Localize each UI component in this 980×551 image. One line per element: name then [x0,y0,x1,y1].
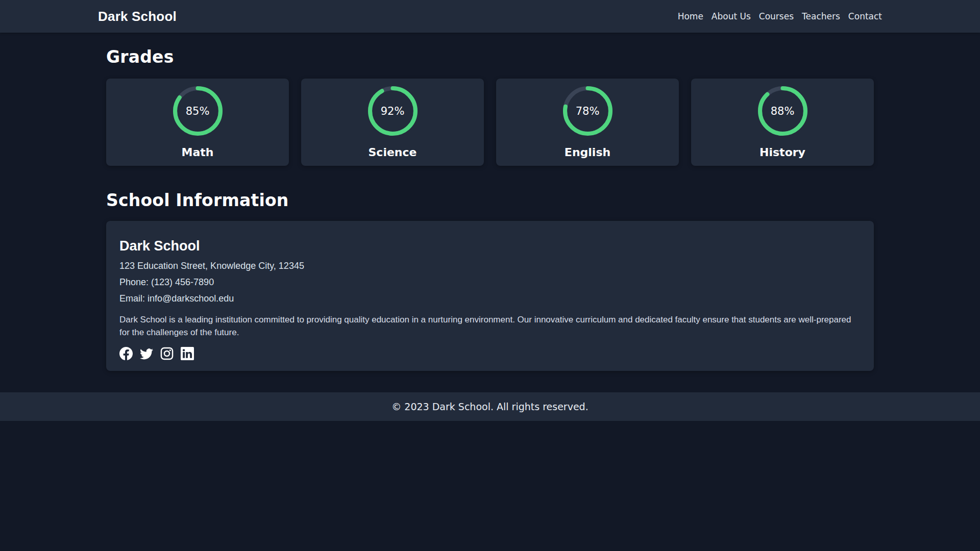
school-info-card: Dark School 123 Education Street, Knowle… [106,221,874,371]
grades-grid: 85%Math92%Science78%English88%History [106,79,874,166]
school-description: Dark School is a leading institution com… [119,313,861,339]
nav-link-contact[interactable]: Contact [848,11,882,21]
school-email: Email: info@darkschool.edu [119,293,861,304]
grade-percent: 92% [368,86,418,136]
school-phone: Phone: (123) 456-7890 [119,277,861,288]
footer: © 2023 Dark School. All rights reserved. [0,392,980,421]
twitter-icon[interactable] [140,347,153,360]
school-info-section-title: School Information [106,190,874,211]
grade-progress-ring: 88% [758,86,807,136]
header: Dark School HomeAbout UsCoursesTeachersC… [0,0,980,33]
copyright-text: © 2023 Dark School. All rights reserved. [391,401,588,412]
grade-percent: 78% [563,86,612,136]
grade-progress-ring: 85% [173,86,223,136]
grade-percent: 85% [173,86,223,136]
grade-progress-ring: 78% [563,86,612,136]
nav-link-courses[interactable]: Courses [759,11,794,21]
main-content: Grades 85%Math92%Science78%English88%His… [106,47,874,392]
grade-subject: Math [182,146,214,159]
facebook-icon[interactable] [119,347,133,360]
nav-link-teachers[interactable]: Teachers [802,11,840,21]
social-links [119,347,861,360]
grade-card-history: 88%History [691,79,874,166]
grade-subject: History [760,146,805,159]
nav-link-about-us[interactable]: About Us [712,11,751,21]
linkedin-icon[interactable] [181,347,194,360]
nav-link-home[interactable]: Home [678,11,703,21]
grade-percent: 88% [758,86,807,136]
grade-subject: English [565,146,610,159]
school-name: Dark School [119,238,861,254]
grade-card-science: 92%Science [301,79,484,166]
grade-card-english: 78%English [496,79,679,166]
school-address: 123 Education Street, Knowledge City, 12… [119,260,861,271]
main-nav: HomeAbout UsCoursesTeachersContact [678,11,882,21]
grade-progress-ring: 92% [368,86,418,136]
grade-subject: Science [369,146,417,159]
grade-card-math: 85%Math [106,79,289,166]
grades-section-title: Grades [106,47,874,67]
brand-title: Dark School [98,9,177,24]
instagram-icon[interactable] [160,347,174,360]
